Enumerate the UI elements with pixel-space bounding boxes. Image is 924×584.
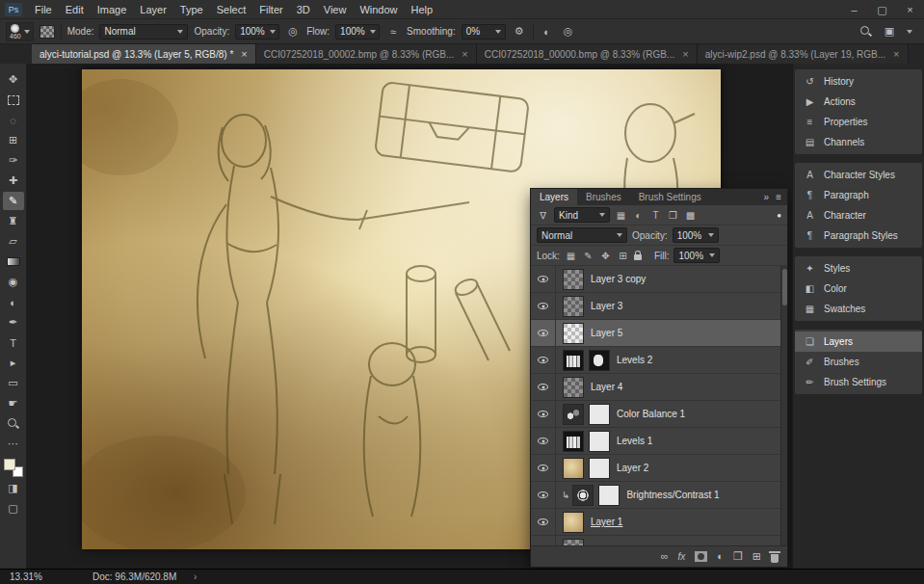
layer-opacity-select[interactable]: 100%	[673, 227, 719, 243]
search-icon[interactable]	[859, 25, 872, 38]
delete-layer-icon[interactable]	[771, 554, 779, 563]
document-tab[interactable]: alyci-wip2.psd @ 8.33% (Layer 19, RGB...…	[698, 44, 909, 64]
status-options-chevron-icon[interactable]: ›	[194, 571, 197, 582]
menu-image[interactable]: Image	[91, 0, 134, 19]
edit-toolbar-button[interactable]: ⋯	[3, 435, 24, 453]
tab-close-icon[interactable]: ×	[682, 48, 688, 60]
dock-item-swatches[interactable]: ▦ Swatches	[795, 299, 922, 319]
layer-name[interactable]: Layer 5	[591, 328, 622, 338]
layer-name[interactable]: Layer 3	[591, 301, 622, 311]
visibility-toggle[interactable]	[531, 455, 556, 481]
dock-item-brushes[interactable]: ✐ Brushes	[795, 352, 922, 372]
adjustment-thumbnail[interactable]	[563, 404, 584, 425]
opacity-select[interactable]: 100%	[235, 24, 279, 40]
dock-item-styles[interactable]: ✦ Styles	[795, 258, 922, 279]
layer-name[interactable]: Levels 2	[617, 355, 652, 365]
layer-blend-mode-select[interactable]: Normal	[537, 227, 627, 243]
dock-item-paragraph[interactable]: ¶ Paragraph	[795, 185, 922, 205]
menu-select[interactable]: Select	[210, 0, 253, 19]
type-tool[interactable]: T	[3, 333, 24, 352]
tab-close-icon[interactable]: ×	[893, 48, 899, 60]
path-selection-tool[interactable]: ▸	[3, 354, 24, 372]
document-tab[interactable]: CCI07252018_00002.bmp @ 8.33% (RGB... ×	[256, 44, 477, 64]
dock-item-history[interactable]: ↺ History	[795, 71, 922, 92]
dock-item-character[interactable]: A Character	[795, 205, 922, 226]
visibility-toggle[interactable]	[531, 293, 556, 319]
tab-close-icon[interactable]: ×	[462, 48, 467, 60]
move-tool[interactable]: ✥	[3, 70, 24, 89]
layer-name[interactable]: Brightness/Contrast 1	[626, 490, 719, 500]
menu-help[interactable]: Help	[405, 0, 440, 19]
layer-fill-select[interactable]: 100%	[673, 248, 720, 263]
menu-layer[interactable]: Layer	[133, 0, 173, 19]
menu-3d[interactable]: 3D	[290, 0, 317, 19]
layer-mask-thumbnail[interactable]	[589, 458, 610, 479]
brush-tool[interactable]: ✎	[3, 192, 24, 210]
zoom-tool[interactable]	[3, 414, 24, 433]
document-tab[interactable]: CCI07252018_00000.bmp @ 8.33% (RGB... ×	[477, 44, 698, 64]
healing-brush-tool[interactable]: ✚	[3, 172, 24, 190]
layer-name[interactable]: Layer 1	[591, 517, 622, 527]
lock-position-icon[interactable]: ✥	[599, 251, 612, 261]
layer-row-selected[interactable]: Layer 5	[531, 320, 787, 347]
visibility-toggle[interactable]	[531, 374, 556, 400]
layer-name[interactable]: Color Balance 1	[617, 409, 685, 419]
layer-thumbnail[interactable]	[563, 377, 584, 398]
flow-select[interactable]: 100%	[335, 24, 380, 40]
screen-mode-button[interactable]: ▢	[3, 499, 24, 518]
minimize-button[interactable]: –	[840, 0, 868, 19]
filter-toggle-icon[interactable]: ●	[777, 211, 781, 220]
layer-name[interactable]: Layer 3 copy	[591, 274, 646, 284]
tab-brushes[interactable]: Brushes	[577, 189, 630, 205]
layer-thumbnail[interactable]	[563, 323, 584, 344]
dodge-tool[interactable]: ◐	[3, 293, 24, 311]
rectangular-marquee-tool[interactable]	[3, 91, 24, 109]
collapse-panel-icon[interactable]: »	[764, 192, 770, 202]
layer-mask-thumbnail[interactable]	[598, 485, 620, 506]
visibility-toggle[interactable]	[531, 482, 556, 508]
workspace-switcher-icon[interactable]: ▣	[882, 25, 897, 38]
shape-tool[interactable]: ▭	[3, 374, 24, 392]
layer-row[interactable]: Layer 3	[531, 293, 787, 320]
paint-mode-select[interactable]: Normal	[99, 24, 188, 40]
layer-thumbnail[interactable]	[563, 512, 584, 533]
visibility-toggle[interactable]	[531, 428, 556, 454]
layer-thumbnail[interactable]	[563, 458, 584, 479]
dock-item-paragraph-styles[interactable]: ¶ Paragraph Styles	[795, 226, 922, 246]
pen-tool[interactable]: ✒	[3, 313, 24, 332]
visibility-toggle[interactable]	[531, 509, 556, 535]
panel-menu-icon[interactable]: ≡	[776, 192, 781, 202]
dock-item-properties[interactable]: ≡ Properties	[795, 112, 922, 132]
filter-smart-object-icon[interactable]: ▩	[684, 210, 697, 221]
menu-view[interactable]: View	[317, 0, 354, 19]
tab-brush-settings[interactable]: Brush Settings	[630, 189, 710, 205]
filter-adjustment-layers-icon[interactable]: ◐	[632, 210, 645, 221]
layer-mask-thumbnail[interactable]	[589, 431, 610, 452]
adjustment-thumbnail[interactable]	[572, 485, 594, 506]
zoom-level-field[interactable]: 13.31%	[10, 571, 92, 582]
brush-preset-picker[interactable]: 460	[6, 22, 34, 41]
filter-group-layers-icon[interactable]: ❒	[667, 210, 679, 221]
layer-row-partial[interactable]	[531, 536, 787, 545]
maximize-button[interactable]: ▢	[868, 0, 896, 19]
brush-angle-icon[interactable]: ◐	[540, 26, 555, 38]
foreground-color-swatch[interactable]	[4, 459, 15, 470]
dock-item-character-styles[interactable]: A Character Styles	[795, 165, 922, 185]
adjustment-thumbnail[interactable]	[563, 431, 584, 452]
dock-item-brush-settings[interactable]: ✏ Brush Settings	[795, 372, 922, 392]
pressure-size-icon[interactable]: ◎	[561, 25, 576, 38]
smoothing-options-gear-icon[interactable]: ⚙	[512, 25, 527, 38]
add-layer-mask-icon[interactable]	[695, 551, 707, 562]
layer-mask-thumbnail[interactable]	[589, 404, 610, 425]
layer-style-fx-icon[interactable]: fx	[677, 551, 685, 562]
menu-window[interactable]: Window	[353, 0, 404, 19]
layer-row[interactable]: Layer 3 copy	[531, 266, 787, 293]
layer-name[interactable]: Layer 2	[617, 463, 648, 473]
menu-file[interactable]: File	[28, 0, 59, 19]
layer-thumbnail[interactable]	[563, 269, 584, 290]
clone-stamp-tool[interactable]: ♜	[3, 212, 24, 230]
layer-row[interactable]: Layer 2	[531, 455, 787, 482]
layer-mask-thumbnail[interactable]	[589, 350, 610, 371]
adjustment-thumbnail[interactable]	[563, 350, 584, 371]
dock-item-actions[interactable]: ▶ Actions	[795, 92, 922, 112]
